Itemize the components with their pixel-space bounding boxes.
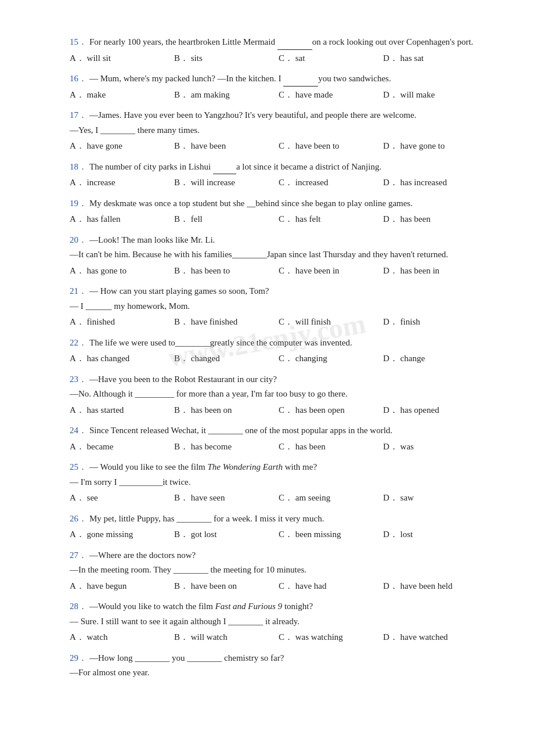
question-header: 20．—Look! The man looks like Mr. Li.—It …	[70, 233, 488, 262]
question-number: 16．	[70, 71, 87, 87]
question-line: — I'm sorry I __________it twice.	[70, 475, 488, 490]
question-text: — Mum, where's my packed lunch? —In the …	[89, 71, 488, 87]
options-row: A． will sitB． sitsC． satD． has sat	[70, 51, 488, 66]
question-header: 27．—Where are the doctors now?—In the me…	[70, 548, 488, 578]
option: A． have gone	[70, 139, 174, 154]
option: D． has sat	[383, 51, 488, 66]
question-block: 15．For nearly 100 years, the heartbroken…	[70, 35, 488, 66]
question-number: 26．	[70, 512, 87, 527]
question-number: 15．	[70, 35, 87, 50]
option: B． changed	[174, 351, 279, 366]
question-number: 19．	[70, 196, 87, 211]
options-row: A． watchB． will watchC． was watchingD． h…	[70, 630, 488, 645]
question-block: 27．—Where are the doctors now?—In the me…	[70, 548, 488, 594]
questions-container: 15．For nearly 100 years, the heartbroken…	[70, 35, 488, 681]
option: B． sits	[174, 51, 279, 66]
options-row: A． gone missingB． got lostC． been missin…	[70, 527, 488, 542]
options-row: A． seeB． have seenC． am seeingD． saw	[70, 491, 488, 506]
option: A． have begun	[70, 579, 174, 594]
question-line: —For almost one year.	[70, 665, 488, 681]
question-number: 17．	[70, 110, 87, 120]
option: B． has become	[174, 440, 279, 455]
question-block: 24．Since Tencent released Wechat, it ___…	[70, 423, 488, 454]
option: D． has been in	[383, 264, 488, 279]
question-line: ― I ______ my homework, Mom.	[70, 299, 488, 314]
options-row: A． increaseB． will increaseC． increasedD…	[70, 175, 488, 190]
question-block: 28．—Would you like to watch the film Fas…	[70, 599, 488, 645]
options-row: A． finishedB． have finishedC． will finis…	[70, 315, 488, 330]
question-number: 18．	[70, 160, 87, 175]
option: C． changing	[279, 351, 383, 366]
question-number: 21．	[70, 286, 87, 296]
question-block: 16．— Mum, where's my packed lunch? —In t…	[70, 71, 488, 102]
options-row: A． has startedB． has been onC． has been …	[70, 403, 488, 418]
option: A． make	[70, 88, 174, 103]
question-block: 17．—James. Have you ever been to Yangzho…	[70, 108, 488, 154]
question-line: 25．— Would you like to see the film The …	[70, 460, 488, 475]
option: A． will sit	[70, 51, 174, 66]
option: B． has been to	[174, 264, 279, 279]
question-block: 23．—Have you been to the Robot Restauran…	[70, 372, 488, 418]
option: B． am making	[174, 88, 279, 103]
blank-underline	[283, 77, 318, 87]
question-line: 27．—Where are the doctors now?	[70, 548, 488, 563]
question-number: 25．	[70, 462, 87, 471]
options-row: A． have goneB． have beenC． have been toD…	[70, 139, 488, 154]
question-text: My deskmate was once a top student but s…	[89, 196, 488, 211]
option: D． has increased	[383, 175, 488, 190]
question-number: 20．	[70, 235, 87, 244]
question-header: 17．—James. Have you ever been to Yangzho…	[70, 108, 488, 138]
question-header: 21．― How can you start playing games so …	[70, 284, 488, 314]
question-text: For nearly 100 years, the heartbroken Li…	[89, 35, 488, 50]
question-number: 23．	[70, 375, 87, 384]
option: B． have seen	[174, 491, 279, 506]
option: A． increase	[70, 175, 174, 190]
question-header: 29．—How long ________ you ________ chemi…	[70, 651, 488, 681]
option: A． has gone to	[70, 264, 174, 279]
option: B． got lost	[174, 527, 279, 542]
option: A． has fallen	[70, 212, 174, 227]
option: A． see	[70, 491, 174, 506]
option: C． have made	[279, 88, 383, 103]
question-header: 16．— Mum, where's my packed lunch? —In t…	[70, 71, 488, 87]
option: B． have been	[174, 139, 279, 154]
option: D． saw	[383, 491, 488, 506]
option: A． watch	[70, 630, 174, 645]
question-line: 28．—Would you like to watch the film Fas…	[70, 599, 488, 614]
options-row: A． becameB． has becomeC． has beenD． was	[70, 440, 488, 455]
option: A． has changed	[70, 351, 174, 366]
question-text: Since Tencent released Wechat, it ______…	[89, 423, 488, 438]
option: D． finish	[383, 315, 488, 330]
options-row: A． has gone toB． has been toC． have been…	[70, 264, 488, 279]
option: C． have had	[279, 579, 383, 594]
option: B． will increase	[174, 175, 279, 190]
question-block: 22．The life we were used to________great…	[70, 336, 488, 366]
option: D． change	[383, 351, 488, 366]
question-number: 28．	[70, 602, 87, 611]
option: A． finished	[70, 315, 174, 330]
question-line: 21．― How can you start playing games so …	[70, 284, 488, 299]
question-header: 19．My deskmate was once a top student bu…	[70, 196, 488, 211]
question-line: —In the meeting room. They ________ the …	[70, 563, 488, 578]
options-row: A． have begunB． have been onC． have hadD…	[70, 579, 488, 594]
option: D． will make	[383, 88, 488, 103]
option: D． has opened	[383, 403, 488, 418]
option: D． was	[383, 440, 488, 455]
question-line: —Yes, I ________ there many times.	[70, 123, 488, 138]
question-text: The number of city parks in Lishui a lot…	[89, 160, 488, 175]
question-header: 28．—Would you like to watch the film Fas…	[70, 599, 488, 629]
option: B． have finished	[174, 315, 279, 330]
option: C． has felt	[279, 212, 383, 227]
question-header: 26．My pet, little Puppy, has ________ fo…	[70, 512, 488, 527]
question-header: 22．The life we were used to________great…	[70, 336, 488, 351]
question-block: 18．The number of city parks in Lishui a …	[70, 160, 488, 190]
question-number: 27．	[70, 550, 87, 560]
option: C． been missing	[279, 527, 383, 542]
question-line: 17．—James. Have you ever been to Yangzho…	[70, 108, 488, 123]
question-line: —No. Although it _________ for more than…	[70, 387, 488, 402]
question-line: 23．—Have you been to the Robot Restauran…	[70, 372, 488, 387]
option: C． have been in	[279, 264, 383, 279]
options-row: A． has changedB． changedC． changingD． ch…	[70, 351, 488, 366]
blank-underline	[213, 165, 236, 174]
question-number: 22．	[70, 336, 87, 351]
